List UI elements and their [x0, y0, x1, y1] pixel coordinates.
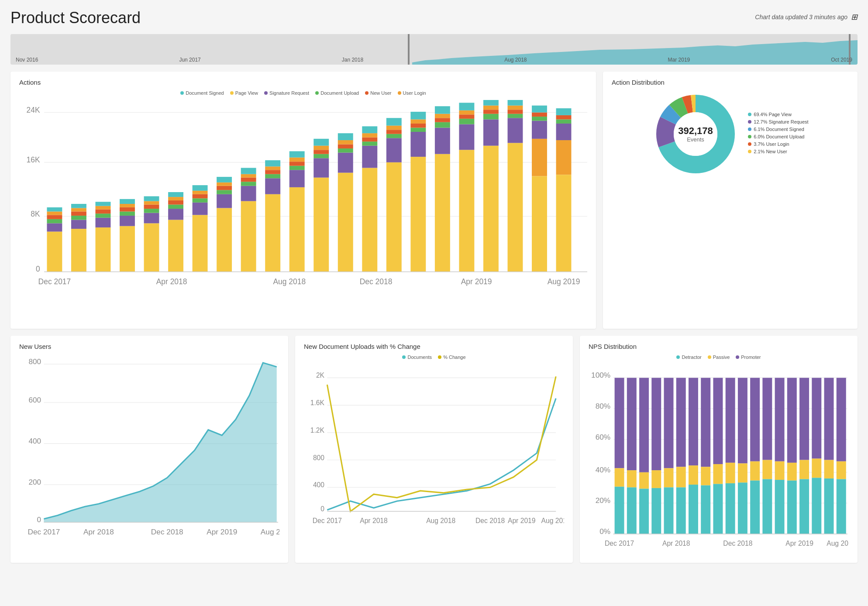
svg-rect-36: [144, 223, 159, 272]
svg-rect-15: [47, 215, 62, 219]
svg-rect-75: [289, 162, 305, 166]
svg-rect-219: [627, 487, 637, 534]
svg-rect-76: [289, 158, 305, 162]
svg-rect-24: [96, 227, 111, 272]
svg-rect-228: [664, 487, 674, 534]
svg-rect-142: [556, 115, 572, 120]
svg-text:1.6K: 1.6K: [310, 399, 325, 406]
svg-rect-69: [265, 170, 280, 174]
expand-icon[interactable]: ⊞: [851, 12, 858, 22]
svg-rect-16: [47, 211, 62, 215]
svg-rect-236: [701, 467, 710, 485]
svg-rect-253: [775, 378, 785, 461]
svg-text:Dec 2018: Dec 2018: [475, 517, 505, 524]
svg-rect-33: [120, 207, 135, 212]
svg-rect-240: [713, 484, 723, 534]
svg-rect-230: [676, 467, 686, 487]
update-text: Chart data updated 3 minutes ago: [755, 14, 847, 21]
timeline-label-0: Nov 2016: [16, 57, 38, 63]
svg-rect-40: [144, 201, 159, 205]
svg-rect-105: [410, 124, 426, 128]
svg-rect-137: [532, 106, 547, 113]
svg-rect-45: [168, 200, 183, 205]
svg-rect-14: [47, 219, 62, 224]
svg-rect-117: [459, 114, 474, 119]
svg-rect-83: [313, 139, 329, 146]
svg-text:Aug 2019: Aug 2019: [261, 527, 279, 536]
svg-rect-129: [508, 110, 523, 114]
nps-svg: 100% 80% 60% 40% 20% 0%: [589, 364, 849, 556]
donut-area: 392,178 Events 69.4% Page View 12.7% Sig…: [612, 90, 849, 178]
svg-rect-82: [313, 146, 329, 150]
svg-rect-132: [532, 139, 547, 176]
svg-text:Apr 2019: Apr 2019: [785, 539, 813, 547]
actions-legend-4: New User: [370, 90, 391, 96]
svg-rect-247: [750, 378, 760, 461]
svg-rect-98: [386, 134, 402, 138]
svg-rect-96: [386, 162, 402, 272]
svg-rect-249: [750, 480, 760, 534]
svg-rect-67: [265, 178, 280, 194]
svg-text:60%: 60%: [596, 432, 611, 441]
nps-title: NPS Distribution: [589, 343, 849, 350]
svg-text:1.2K: 1.2K: [310, 427, 325, 434]
svg-rect-62: [241, 182, 256, 186]
svg-rect-70: [265, 166, 280, 170]
page-header: Product Scorecard Chart data updated 3 m…: [10, 9, 858, 27]
actions-svg: 24K 16K 8K 0: [19, 100, 587, 322]
svg-rect-218: [627, 470, 637, 487]
svg-rect-133: [532, 176, 547, 272]
svg-text:Dec 2017: Dec 2017: [313, 517, 342, 524]
svg-rect-217: [627, 378, 637, 470]
svg-text:800: 800: [313, 454, 324, 461]
svg-text:Apr 2018: Apr 2018: [83, 527, 114, 536]
svg-rect-79: [313, 158, 329, 177]
svg-rect-17: [47, 207, 62, 212]
svg-rect-73: [289, 170, 305, 187]
svg-rect-87: [338, 145, 353, 149]
svg-text:Aug 2018: Aug 2018: [426, 517, 455, 524]
svg-rect-54: [217, 208, 232, 272]
svg-rect-104: [410, 127, 426, 132]
svg-rect-261: [799, 479, 809, 534]
svg-rect-84: [338, 173, 353, 272]
bottom-charts-row: New Users 800 600 400 200 0 Dec 2017 Apr…: [10, 336, 858, 563]
svg-text:400: 400: [313, 481, 324, 489]
svg-rect-126: [508, 143, 523, 272]
svg-rect-252: [762, 479, 772, 534]
svg-rect-21: [71, 211, 86, 216]
svg-marker-170: [44, 363, 276, 522]
svg-rect-112: [435, 114, 450, 118]
svg-rect-77: [289, 151, 305, 157]
timeline-container[interactable]: Nov 2016 Jun 2017 Jan 2018 Aug 2018 Mar …: [10, 34, 858, 65]
svg-rect-43: [168, 209, 183, 220]
actions-legend-1: Page View: [235, 90, 258, 96]
svg-text:Dec 2017: Dec 2017: [38, 277, 71, 286]
svg-text:Events: Events: [687, 136, 704, 143]
svg-text:40%: 40%: [596, 465, 611, 474]
svg-rect-131: [508, 100, 523, 106]
actions-chart-area: 24K 16K 8K 0: [19, 100, 587, 322]
svg-rect-115: [459, 124, 474, 150]
svg-text:Apr 2018: Apr 2018: [156, 277, 187, 286]
svg-rect-255: [775, 480, 785, 534]
svg-text:8K: 8K: [31, 210, 40, 218]
svg-rect-260: [799, 460, 809, 479]
actions-legend-3: Document Upload: [320, 90, 359, 96]
svg-rect-95: [362, 126, 377, 133]
svg-rect-60: [241, 201, 256, 272]
timeline-label-5: Oct 2019: [831, 57, 852, 63]
svg-rect-42: [168, 220, 183, 272]
actions-chart-title: Actions: [19, 79, 587, 86]
svg-rect-18: [71, 229, 86, 272]
new-users-card: New Users 800 600 400 200 0 Dec 2017 Apr…: [10, 336, 288, 563]
svg-rect-68: [265, 174, 280, 179]
svg-rect-80: [313, 154, 329, 158]
svg-rect-127: [508, 118, 523, 143]
svg-text:Apr 2019: Apr 2019: [461, 277, 492, 286]
svg-rect-140: [556, 124, 572, 140]
svg-rect-248: [750, 461, 760, 480]
svg-rect-37: [144, 213, 159, 224]
svg-rect-268: [837, 378, 846, 461]
svg-text:24K: 24K: [27, 106, 40, 114]
